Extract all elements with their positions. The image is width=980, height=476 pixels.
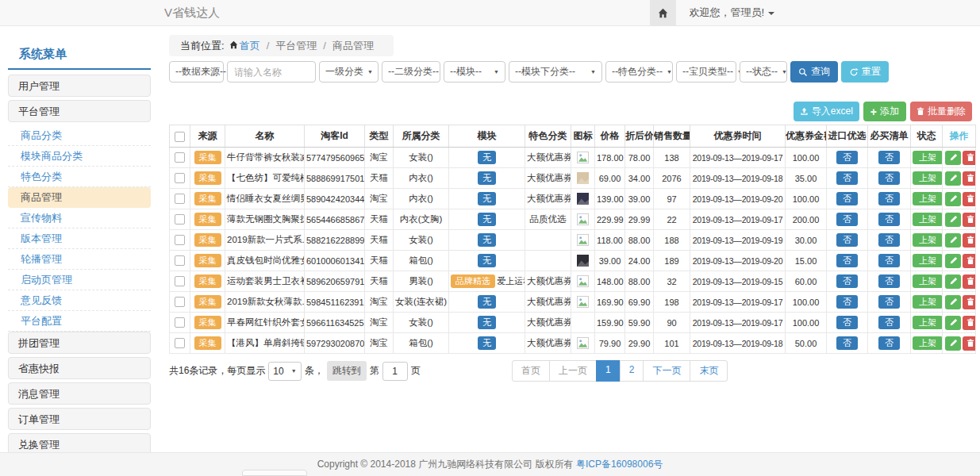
page-number-input[interactable] — [382, 362, 408, 381]
sidebar-sub-item[interactable]: 模块商品分类 — [8, 146, 151, 167]
filter-select[interactable]: --宝贝类型--▼ — [676, 61, 736, 83]
breadcrumb-home-link[interactable]: 首页 — [240, 40, 260, 52]
delete-button[interactable] — [963, 213, 976, 227]
row-checkbox[interactable] — [175, 152, 185, 163]
sidebar-sub-item[interactable]: 宣传物料 — [8, 208, 151, 228]
filter-select[interactable]: --模块--▼ — [444, 61, 505, 83]
sidebar-group-item[interactable]: 平台管理 — [8, 100, 151, 122]
status-badge[interactable]: 上架 — [913, 336, 943, 350]
home-button[interactable] — [650, 0, 676, 25]
import-select-toggle[interactable]: 否 — [836, 213, 858, 226]
sidebar-sub-item[interactable]: 商品分类 — [8, 125, 151, 146]
must-buy-toggle[interactable]: 否 — [878, 274, 900, 288]
edit-button[interactable] — [945, 233, 961, 248]
row-checkbox[interactable] — [175, 255, 185, 266]
row-checkbox[interactable] — [175, 235, 185, 245]
filter-select[interactable]: --特色分类--▼ — [605, 61, 673, 83]
row-checkbox[interactable] — [175, 214, 185, 225]
delete-button[interactable] — [963, 233, 976, 248]
sidebar-group-item[interactable]: 拼团管理 — [8, 332, 151, 354]
edit-button[interactable] — [945, 151, 961, 165]
jump-to-button[interactable]: 跳转到 — [327, 361, 367, 381]
status-badge[interactable]: 上架 — [913, 233, 943, 247]
edit-button[interactable] — [945, 295, 961, 309]
delete-button[interactable] — [963, 274, 976, 289]
must-buy-toggle[interactable]: 否 — [878, 192, 900, 205]
must-buy-toggle[interactable]: 否 — [878, 233, 900, 247]
row-checkbox[interactable] — [175, 338, 185, 348]
import-excel-button[interactable]: 导入excel — [794, 102, 859, 121]
status-badge[interactable]: 上架 — [913, 213, 943, 226]
name-search-input[interactable] — [227, 61, 316, 83]
pager-button[interactable]: 上一页 — [549, 360, 597, 382]
sidebar-sub-item[interactable]: 轮播管理 — [8, 249, 151, 270]
filter-select[interactable]: --模块下分类--▼ — [509, 61, 602, 83]
must-buy-toggle[interactable]: 否 — [878, 213, 900, 226]
pager-button[interactable]: 2 — [620, 360, 644, 382]
per-page-select[interactable]: 10▼ — [268, 362, 301, 381]
icp-link[interactable]: 粤ICP备16098006号 — [576, 459, 663, 470]
sidebar-sub-item[interactable]: 启动页管理 — [8, 270, 151, 290]
sidebar-group-item[interactable]: 用户管理 — [8, 75, 151, 97]
data-source-select[interactable]: --数据来源--▼ — [169, 61, 224, 83]
import-select-toggle[interactable]: 否 — [836, 254, 858, 267]
import-select-toggle[interactable]: 否 — [836, 316, 858, 329]
import-select-toggle[interactable]: 否 — [836, 233, 858, 247]
import-select-toggle[interactable]: 否 — [836, 295, 858, 309]
sidebar-group-item[interactable]: 省惠快报 — [8, 357, 151, 379]
sidebar-sub-item[interactable]: 意见反馈 — [8, 290, 151, 311]
edit-button[interactable] — [945, 192, 961, 206]
delete-button[interactable] — [963, 316, 976, 330]
pager-button[interactable]: 下一页 — [643, 360, 690, 382]
must-buy-toggle[interactable]: 否 — [878, 171, 900, 185]
edit-button[interactable] — [945, 336, 961, 351]
add-button[interactable]: + 添加 — [863, 102, 906, 121]
search-button[interactable]: 查询 — [790, 61, 838, 83]
row-checkbox[interactable] — [175, 173, 185, 183]
edit-button[interactable] — [945, 213, 961, 227]
row-checkbox[interactable] — [175, 194, 185, 204]
delete-button[interactable] — [963, 254, 976, 268]
sidebar-group-item[interactable]: 订单管理 — [8, 408, 151, 430]
filter-select[interactable]: --二级分类--▼ — [382, 61, 440, 83]
delete-button[interactable] — [963, 295, 976, 309]
pager-button[interactable]: 1 — [596, 360, 621, 382]
must-buy-toggle[interactable]: 否 — [878, 151, 900, 164]
select-all-checkbox[interactable] — [175, 132, 185, 142]
sidebar-sub-item[interactable]: 商品管理 — [8, 187, 151, 208]
import-select-toggle[interactable]: 否 — [836, 192, 858, 205]
sidebar-sub-item[interactable]: 平台配置 — [8, 311, 151, 332]
delete-button[interactable] — [963, 336, 976, 351]
delete-button[interactable] — [963, 151, 976, 165]
must-buy-toggle[interactable]: 否 — [878, 316, 900, 329]
status-badge[interactable]: 上架 — [913, 151, 943, 164]
edit-button[interactable] — [945, 171, 961, 186]
import-select-toggle[interactable]: 否 — [836, 274, 858, 288]
batch-delete-button[interactable]: 批量删除 — [910, 102, 972, 121]
row-checkbox[interactable] — [175, 317, 185, 328]
delete-button[interactable] — [963, 171, 976, 186]
import-select-toggle[interactable]: 否 — [836, 171, 858, 185]
edit-button[interactable] — [945, 254, 961, 268]
status-badge[interactable]: 上架 — [913, 295, 943, 309]
filter-select[interactable]: --状态--▼ — [740, 61, 787, 83]
status-badge[interactable]: 上架 — [913, 192, 943, 205]
status-badge[interactable]: 上架 — [913, 254, 943, 267]
sidebar-group-item[interactable]: 消息管理 — [8, 382, 151, 405]
edit-button[interactable] — [945, 274, 961, 289]
sidebar-sub-item[interactable]: 版本管理 — [8, 228, 151, 249]
import-select-toggle[interactable]: 否 — [836, 151, 858, 164]
must-buy-toggle[interactable]: 否 — [878, 336, 900, 350]
status-badge[interactable]: 上架 — [913, 316, 943, 329]
must-buy-toggle[interactable]: 否 — [878, 295, 900, 309]
import-select-toggle[interactable]: 否 — [836, 336, 858, 350]
horizontal-scrollbar-thumb[interactable] — [242, 470, 307, 476]
filter-select[interactable]: 一级分类▼ — [319, 61, 379, 83]
pager-button[interactable]: 首页 — [512, 360, 550, 382]
delete-button[interactable] — [963, 192, 976, 206]
status-badge[interactable]: 上架 — [913, 171, 943, 185]
row-checkbox[interactable] — [175, 297, 185, 307]
reset-button[interactable]: 重置 — [841, 61, 889, 83]
sidebar-sub-item[interactable]: 特色分类 — [8, 167, 151, 187]
row-checkbox[interactable] — [175, 276, 185, 286]
